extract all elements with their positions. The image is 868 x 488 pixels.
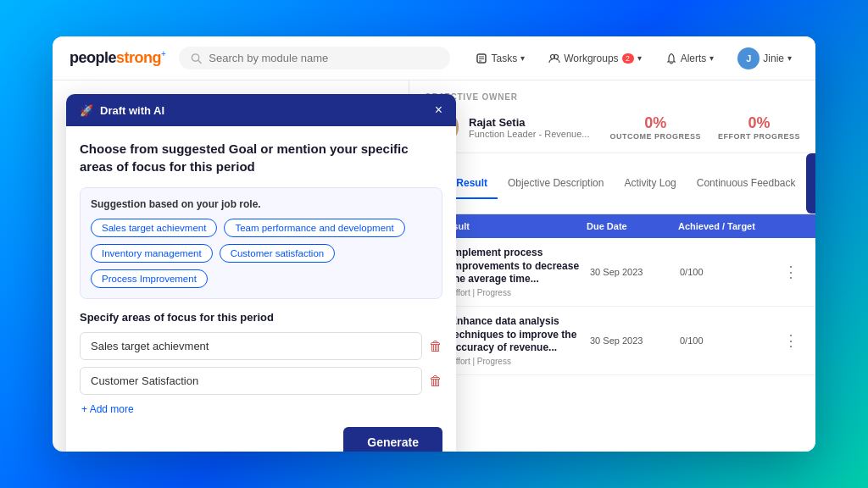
effort-progress-stat: 0% EFFORT PROGRESS (718, 114, 800, 141)
tab-activity-log[interactable]: Activity Log (614, 169, 686, 199)
focus-input-1[interactable] (80, 332, 422, 360)
right-panel: OBJECTIVE OWNER Rajat Setia Function Lea… (409, 80, 815, 452)
kr2-title: Enhance data analysis techniques to impr… (450, 315, 585, 355)
add-more-button[interactable]: + Add more (80, 403, 134, 415)
main-window: peoplestrong+ Tasks ▾ (53, 36, 815, 452)
nav-actions: Tasks ▾ Workgroups 2 ▾ Alerts ▾ (469, 44, 798, 73)
outcome-progress-stat: 0% OUTCOME PROGRESS (609, 114, 701, 141)
specify-label: Specify areas of focus for this period (80, 311, 442, 324)
objective-owner-section: OBJECTIVE OWNER Rajat Setia Function Lea… (409, 80, 815, 153)
search-input[interactable] (209, 52, 438, 64)
tag-sales[interactable]: Sales target achievment (91, 219, 217, 237)
kr2-due-date: 30 Sep 2023 (590, 336, 675, 346)
workgroups-icon (548, 53, 560, 64)
ai-modal-header: 🚀 Draft with AI × (66, 94, 456, 126)
kr1-achieved: 0/100 (680, 267, 773, 277)
rocket-icon: 🚀 (80, 104, 93, 117)
table-row: 0% Implement process Improvements to dec… (409, 238, 815, 307)
suggestion-section: Suggestion based on your job role. Sales… (80, 187, 442, 299)
svg-line-1 (198, 60, 201, 63)
input-row-1: 🗑 (80, 332, 442, 360)
col-achieved-target: Achieved / Target (678, 221, 771, 231)
tags-container: Sales target achievment Team performance… (91, 219, 431, 288)
tasks-button[interactable]: Tasks ▾ (469, 49, 531, 68)
owner-name: Rajat Setia (469, 116, 599, 129)
kr2-subtitle: Effort | Progress (450, 357, 585, 366)
user-avatar: J (737, 47, 760, 69)
tag-process[interactable]: Process Improvement (91, 269, 208, 288)
focus-input-2[interactable] (80, 367, 422, 395)
search-icon (191, 53, 202, 64)
effort-progress-label: EFFORT PROGRESS (718, 132, 800, 141)
kr1-title: Implement process Improvements to decrea… (450, 247, 585, 286)
logo: peoplestrong+ (70, 49, 165, 67)
tab-objective-description[interactable]: Objective Description (498, 169, 614, 199)
ai-close-button[interactable]: × (435, 103, 442, 118)
table-row: 0% Enhance data analysis techniques to i… (409, 307, 815, 375)
add-key-result-button[interactable]: Add New KeyResult (806, 153, 815, 214)
alerts-button[interactable]: Alerts ▾ (659, 49, 721, 68)
outcome-progress-value: 0% (609, 114, 701, 132)
tasks-icon (476, 53, 487, 64)
col-due-date: Due Date (587, 221, 671, 231)
navbar: peoplestrong+ Tasks ▾ (53, 36, 815, 80)
kr2-details: Enhance data analysis techniques to impr… (450, 315, 585, 366)
generate-button[interactable]: Generate (343, 427, 442, 452)
key-result-table: Key Result Due Date Achieved / Target 0%… (409, 214, 815, 375)
ai-modal-title: Draft with AI (100, 104, 164, 117)
ai-modal-body: Choose from suggested Goal or mention yo… (66, 126, 456, 452)
progress-stats: 0% OUTCOME PROGRESS 0% EFFORT PROGRESS (609, 114, 800, 141)
delete-input-1-button[interactable]: 🗑 (429, 339, 442, 354)
tabs: Key Result Objective Description Activit… (409, 153, 815, 214)
kr2-menu-button[interactable]: ⋮ (778, 331, 804, 350)
objective-owner-label: OBJECTIVE OWNER (425, 92, 800, 102)
user-menu-button[interactable]: J Jinie ▾ (731, 44, 798, 73)
effort-progress-value: 0% (718, 114, 800, 132)
outcome-progress-label: OUTCOME PROGRESS (609, 132, 701, 141)
bell-icon (665, 53, 677, 64)
kr1-menu-button[interactable]: ⋮ (778, 263, 804, 281)
suggestion-label: Suggestion based on your job role. (91, 198, 431, 210)
ai-modal-description: Choose from suggested Goal or mention yo… (80, 140, 442, 175)
workgroups-button[interactable]: Workgroups 2 ▾ (542, 49, 648, 68)
ai-draft-modal: 🚀 Draft with AI × Choose from suggested … (66, 94, 456, 452)
tag-team[interactable]: Team performance and development (224, 219, 404, 237)
owner-info: Rajat Setia Function Leader - Revenue...… (425, 110, 800, 144)
input-row-2: 🗑 (80, 367, 442, 395)
table-header: Key Result Due Date Achieved / Target (409, 214, 815, 238)
owner-role: Function Leader - Revenue... (469, 129, 599, 139)
content-area: 🚀 Draft with AI × Choose from suggested … (53, 80, 815, 452)
delete-input-2-button[interactable]: 🗑 (429, 374, 442, 389)
tag-inventory[interactable]: Inventory management (91, 244, 213, 263)
search-bar[interactable] (179, 47, 450, 69)
tab-continuous-feedback[interactable]: Continuous Feedback (687, 169, 806, 199)
kr1-subtitle: Effort | Progress (450, 288, 585, 297)
kr1-due-date: 30 Sep 2023 (590, 267, 675, 277)
specify-section: Specify areas of focus for this period 🗑… (80, 311, 442, 395)
tag-customer[interactable]: Customer satisfaction (220, 244, 336, 263)
kr2-achieved: 0/100 (680, 336, 773, 346)
kr1-details: Implement process Improvements to decrea… (450, 247, 585, 297)
